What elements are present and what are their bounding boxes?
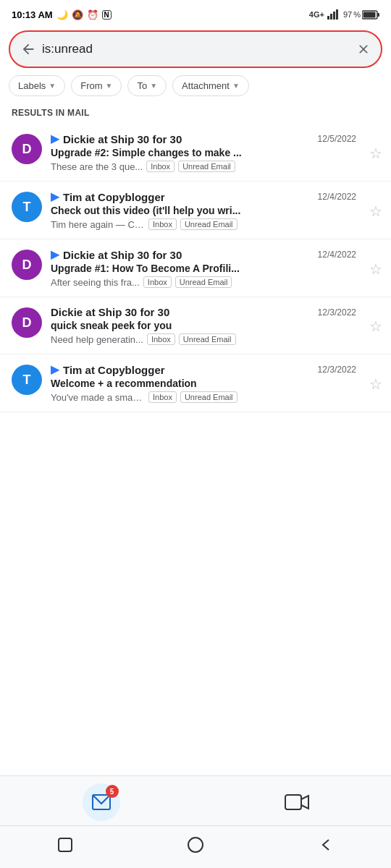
svg-rect-9 [59, 838, 72, 851]
from-chip-arrow: ▼ [106, 82, 113, 90]
labels-chip-arrow: ▼ [49, 82, 56, 90]
tag-inbox-1: Inbox [146, 161, 175, 172]
star-button-4[interactable]: ☆ [365, 316, 382, 335]
email-content-4: Dickie at Ship 30 for 30 12/3/2022 quick… [51, 306, 356, 345]
status-time-group: 10:13 AM 🌙 🔕 ⏰ N [12, 9, 112, 20]
email-header-2: ▶ Tim at Copyblogger 12/4/2022 [51, 190, 356, 203]
avatar-2: T [12, 192, 42, 222]
email-item-2[interactable]: T ▶ Tim at Copyblogger 12/4/2022 Check o… [0, 182, 391, 239]
from-chip-label: From [80, 80, 102, 91]
svg-rect-0 [327, 16, 329, 20]
email-preview-row-2: Tim here again — Co... Inbox Unread Emai… [51, 218, 356, 230]
svg-rect-6 [363, 12, 376, 17]
battery-percent: 97 [343, 10, 352, 19]
email-item-5[interactable]: T ▶ Tim at Copyblogger 12/3/2022 Welcome… [0, 354, 391, 412]
email-header-3: ▶ Dickie at Ship 30 for 30 12/4/2022 [51, 248, 356, 261]
email-header-5: ▶ Tim at Copyblogger 12/3/2022 [51, 363, 356, 376]
tag-unread-1: Unread Email [178, 161, 235, 172]
email-sender-3: ▶ Dickie at Ship 30 for 30 [51, 248, 314, 261]
email-date-3: 12/4/2022 [318, 250, 356, 260]
labels-chip-label: Labels [18, 80, 46, 91]
svg-rect-8 [285, 795, 301, 809]
email-header-4: Dickie at Ship 30 for 30 12/3/2022 [51, 306, 356, 318]
tag-inbox-5: Inbox [148, 391, 177, 403]
square-icon [57, 837, 73, 853]
bottom-nav-apps: 5 [0, 776, 391, 826]
svg-point-10 [188, 838, 203, 852]
tag-unread-2: Unread Email [180, 218, 237, 230]
attachment-chip-label: Attachment [182, 80, 230, 91]
attachment-chip-arrow: ▼ [232, 82, 240, 90]
email-preview-row-3: After seeing this fra... Inbox Unread Em… [51, 276, 356, 288]
filter-chips: Labels ▼ From ▼ To ▼ Attachment ▼ [0, 75, 391, 105]
tag-unread-4: Unread Email [179, 333, 236, 345]
clear-search-button[interactable] [350, 39, 371, 59]
filter-chip-from[interactable]: From ▼ [71, 75, 122, 96]
email-preview-4: Need help generatin... [51, 334, 143, 345]
bottom-nav-system [0, 826, 391, 868]
email-subject-1: Upgrade #2: Simple changes to make ... [51, 147, 356, 158]
important-icon-2: ▶ [51, 190, 59, 203]
email-content-5: ▶ Tim at Copyblogger 12/3/2022 Welcome +… [51, 363, 356, 403]
signal-icon [327, 9, 340, 20]
star-button-2[interactable]: ☆ [365, 201, 382, 220]
search-input[interactable] [42, 42, 350, 56]
email-preview-3: After seeing this fra... [51, 277, 140, 288]
to-chip-label: To [137, 80, 147, 91]
email-sender-2: ▶ Tim at Copyblogger [51, 190, 314, 203]
tag-unread-3: Unread Email [175, 276, 232, 288]
email-preview-row-1: These are the 3 que... Inbox Unread Emai… [51, 161, 356, 172]
svg-rect-3 [336, 9, 338, 20]
filter-chip-attachment[interactable]: Attachment ▼ [172, 75, 249, 96]
mail-badge: 5 [106, 785, 119, 798]
recent-apps-button[interactable] [52, 832, 78, 858]
filter-chip-labels[interactable]: Labels ▼ [9, 75, 65, 96]
section-label: RESULTS IN MAIL [0, 105, 391, 124]
email-list: D ▶ Dickie at Ship 30 for 30 12/5/2022 U… [0, 124, 391, 412]
home-button[interactable] [182, 832, 209, 858]
email-item-4[interactable]: D Dickie at Ship 30 for 30 12/3/2022 qui… [0, 297, 391, 354]
video-app-button[interactable] [285, 792, 309, 812]
mail-icon [92, 794, 111, 810]
status-icons-right: 4G+ 97 % [309, 9, 379, 20]
battery-icon [362, 10, 379, 20]
circle-icon [187, 836, 204, 854]
battery-percent-sign: % [353, 10, 361, 19]
mail-icon-wrapper: 5 [83, 783, 120, 821]
star-button-3[interactable]: ☆ [365, 259, 382, 278]
email-subject-2: Check out this video (it'll help you wri… [51, 205, 356, 216]
email-subject-5: Welcome + a recommendation [51, 378, 356, 389]
tag-inbox-2: Inbox [148, 218, 177, 230]
star-button-5[interactable]: ☆ [365, 374, 382, 393]
email-preview-5: You've made a smart... [51, 392, 145, 403]
email-subject-3: Upgrade #1: How To Become A Profili... [51, 263, 356, 274]
email-date-4: 12/3/2022 [318, 307, 356, 318]
important-icon-5: ▶ [51, 363, 59, 376]
email-content-3: ▶ Dickie at Ship 30 for 30 12/4/2022 Upg… [51, 248, 356, 288]
email-sender-5: ▶ Tim at Copyblogger [51, 363, 314, 376]
tag-inbox-4: Inbox [147, 333, 175, 345]
email-content-2: ▶ Tim at Copyblogger 12/4/2022 Check out… [51, 190, 356, 230]
email-item-3[interactable]: D ▶ Dickie at Ship 30 for 30 12/4/2022 U… [0, 239, 391, 297]
email-item-1[interactable]: D ▶ Dickie at Ship 30 for 30 12/5/2022 U… [0, 124, 391, 182]
avatar-5: T [12, 365, 42, 395]
status-bar: 10:13 AM 🌙 🔕 ⏰ N 4G+ 97 % [0, 0, 391, 26]
email-preview-1: These are the 3 que... [51, 161, 143, 172]
filter-chip-to[interactable]: To ▼ [127, 75, 167, 96]
no-sound-icon: 🔕 [72, 9, 83, 20]
to-chip-arrow: ▼ [150, 82, 157, 90]
email-preview-row-4: Need help generatin... Inbox Unread Emai… [51, 333, 356, 345]
mail-app-button[interactable]: 5 [83, 783, 120, 821]
search-bar[interactable] [9, 30, 382, 68]
avatar-3: D [12, 250, 42, 280]
tag-unread-5: Unread Email [180, 391, 237, 403]
important-icon-3: ▶ [51, 248, 59, 261]
back-system-button[interactable] [313, 832, 339, 858]
email-date-2: 12/4/2022 [318, 192, 356, 202]
email-subject-4: quick sneak peek for you [51, 320, 356, 331]
video-icon [285, 792, 309, 812]
back-button[interactable] [20, 38, 42, 60]
star-button-1[interactable]: ☆ [365, 143, 382, 162]
avatar-1: D [12, 134, 42, 164]
bottom-nav: 5 [0, 775, 391, 868]
